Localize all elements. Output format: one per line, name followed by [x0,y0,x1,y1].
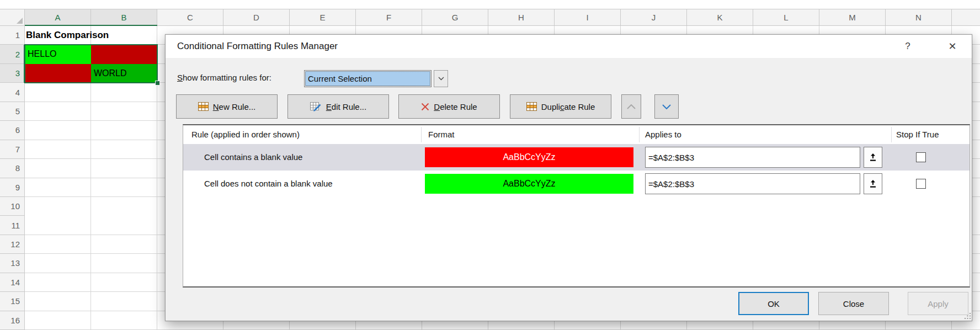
column-header-a[interactable]: A [25,9,91,25]
apply-button: Apply [908,292,968,315]
table-grid-icon [526,102,537,111]
chevron-down-icon [662,104,671,109]
combobox-dropdown-button[interactable] [434,70,448,87]
rules-list: Rule (applied in order shown) Format App… [183,124,970,288]
range-picker-button[interactable] [864,147,882,168]
row-header-12[interactable]: 12 [0,235,24,254]
move-rule-up-button[interactable] [621,94,641,119]
row-header-5[interactable]: 5 [0,102,24,121]
show-rules-combobox[interactable]: Current Selection [304,70,432,87]
new-rule-button[interactable]: New Rule... [176,94,278,119]
row-header-15[interactable]: 15 [0,292,24,311]
close-button[interactable]: Close [818,292,889,315]
duplicate-rule-button[interactable]: Duplicate Rule [510,94,611,119]
col-header-format: Format [428,125,455,144]
format-preview: AaBbCcYyZz [425,147,633,167]
column-header-h[interactable]: H [488,9,555,25]
row-header-8[interactable]: 8 [0,159,24,178]
cell-b3[interactable]: WORLD [91,64,157,83]
edit-rule-label: Edit Rule... [326,102,366,111]
edit-rule-button[interactable]: Edit Rule... [287,94,389,119]
header-separator [639,127,640,142]
header-separator [421,127,422,142]
dialog-titlebar[interactable]: Conditional Formatting Rules Manager ? ✕ [166,35,972,58]
column-header-i[interactable]: I [555,9,621,25]
resize-grip-icon[interactable] [964,312,971,320]
column-header-b[interactable]: B [91,9,157,25]
delete-rule-button[interactable]: Delete Rule [398,94,500,119]
column-header-g[interactable]: G [422,9,488,25]
show-rules-selected-value: Current Selection [305,71,430,86]
row-headers: 12345678910111213141516 [0,26,25,330]
rule-row-1[interactable]: Cell contains a blank value AaBbCcYyZz [183,144,970,171]
column-header-j[interactable]: J [621,9,687,25]
delete-rule-label: Delete Rule [434,102,477,111]
column-headers: ABCDEFGHIJKLMN [0,9,980,26]
select-all-corner[interactable] [0,9,25,25]
column-header-f[interactable]: F [356,9,422,25]
row-header-16[interactable]: 16 [0,311,24,330]
rule-description: Cell contains a blank value [204,144,302,171]
move-rule-down-button[interactable] [654,94,679,119]
column-header-n[interactable]: N [886,9,952,25]
conditional-formatting-rules-manager-dialog: Conditional Formatting Rules Manager ? ✕… [165,34,972,321]
column-header-c[interactable]: C [157,9,223,25]
stop-if-true-checkbox[interactable] [916,179,926,189]
row-header-4[interactable]: 4 [0,83,24,102]
applies-to-input[interactable] [645,147,860,168]
row-header-10[interactable]: 10 [0,197,24,216]
column-header-k[interactable]: K [687,9,753,25]
row-header-1[interactable]: 1 [0,26,24,45]
row-header-7[interactable]: 7 [0,140,24,159]
format-preview: AaBbCcYyZz [425,174,633,194]
new-rule-label: New Rule... [213,102,256,111]
column-header-filler [952,9,980,25]
show-rules-label: Show formatting rules for: [177,72,271,84]
column-header-d[interactable]: D [223,9,290,25]
help-button[interactable]: ? [896,35,920,58]
row-header-9[interactable]: 9 [0,178,24,197]
table-pencil-icon [310,102,322,111]
red-x-icon [421,103,429,111]
fill-handle[interactable] [155,81,160,86]
applies-to-input[interactable] [645,173,860,194]
rule-row-2[interactable]: Cell does not contain a blank value AaBb… [183,171,970,197]
stop-if-true-checkbox[interactable] [916,152,926,162]
formula-bar-remnant [0,0,980,9]
chevron-up-icon [627,104,636,109]
close-icon[interactable]: ✕ [940,35,965,58]
col-header-applies-to: Applies to [645,125,681,144]
row-header-3[interactable]: 3 [0,64,24,83]
cell-a2[interactable]: HELLO [25,45,91,64]
duplicate-rule-label: Duplicate Rule [541,102,595,111]
col-header-stop-if-true: Stop If True [896,125,939,144]
collapse-dialog-icon [870,180,876,188]
cell-a3[interactable] [25,64,91,83]
row-header-2[interactable]: 2 [0,45,24,63]
column-header-e[interactable]: E [290,9,356,25]
header-separator [891,127,892,142]
ok-button[interactable]: OK [738,292,809,315]
row-header-11[interactable]: 11 [0,216,24,235]
cell-b2[interactable] [91,45,157,64]
row-header-14[interactable]: 14 [0,273,24,292]
col-header-rule: Rule (applied in order shown) [191,125,300,144]
column-header-l[interactable]: L [753,9,819,25]
selected-range[interactable]: HELLO WORLD [25,45,157,83]
range-picker-button[interactable] [864,173,882,194]
collapse-dialog-icon [870,153,876,162]
row-header-13[interactable]: 13 [0,254,24,273]
row-header-6[interactable]: 6 [0,121,24,140]
chevron-down-icon [438,77,444,81]
table-grid-icon [198,102,209,111]
rule-description: Cell does not contain a blank value [204,171,333,197]
column-header-m[interactable]: M [819,9,886,25]
dialog-title: Conditional Formatting Rules Manager [177,35,338,58]
